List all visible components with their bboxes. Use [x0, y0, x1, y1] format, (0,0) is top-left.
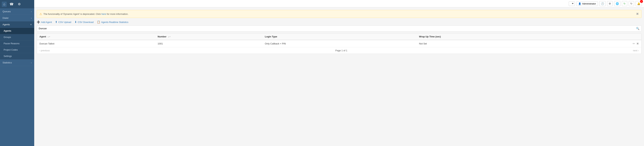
- chevron-down-icon: ∨: [30, 23, 32, 26]
- csv-download-button[interactable]: ⬇ CSV Download: [74, 20, 94, 24]
- col-agent[interactable]: Agent ▲▼: [37, 33, 155, 40]
- add-agent-label: Add Agent: [41, 21, 52, 24]
- csv-upload-label: CSV Upload: [58, 21, 71, 24]
- sidebar-item-agents-label: Agents: [2, 23, 10, 26]
- topbar: 👤 Administrator 🕐 ⚙ 🌐 ↻ ↻ 🔔 1: [34, 0, 644, 8]
- pagination-previous: ‹ previous: [40, 49, 50, 52]
- warning-banner: ⚠ The funcionality of 'Dynamic Agent' is…: [37, 10, 642, 18]
- sidebar-item-agents-sub-label: Agents: [4, 30, 11, 32]
- language-icon-btn[interactable]: 🌐: [614, 1, 620, 6]
- csv-upload-button[interactable]: ⬆ CSV Upload: [55, 20, 71, 24]
- notification-wrapper: 🔔 1: [636, 1, 642, 6]
- warning-icon: ⚠: [40, 12, 42, 16]
- sidebar-item-dialer-label: Dialer: [2, 17, 9, 19]
- delete-icon[interactable]: ✖: [636, 42, 639, 45]
- sidebar-item-settings-label: Settings: [4, 55, 12, 57]
- col-number[interactable]: Number ▲▼: [155, 33, 262, 40]
- realtime-stats-label: Agents Realtime Statistics: [101, 21, 128, 24]
- col-agent-label: Agent: [40, 35, 46, 38]
- cell-agent-name: Duncan Talbot: [37, 40, 155, 47]
- page-content: ⚠ The funcionality of 'Dynamic Agent' is…: [34, 8, 644, 146]
- chevron-right-icon: ›: [31, 62, 32, 64]
- refresh-green-icon-btn[interactable]: ↻: [622, 1, 627, 6]
- user-menu[interactable]: 👤 Administrator: [576, 2, 598, 6]
- cell-wrap-up-time: Not Set: [416, 40, 575, 47]
- row-actions: ✏ ✖: [578, 42, 639, 45]
- col-login-type: Login Type: [262, 33, 416, 40]
- add-icon: ➕: [37, 20, 40, 24]
- sidebar-item-statistics[interactable]: Statistics ›: [0, 59, 34, 66]
- home-icon-btn[interactable]: ⌂: [2, 2, 7, 7]
- realtime-stats-button[interactable]: 📋 Agents Realtime Statistics: [97, 20, 128, 24]
- warning-text-before: The funcionality of 'Dynamic Agent' is d…: [44, 13, 102, 15]
- col-actions-header: [575, 33, 641, 40]
- sidebar: ⌂ ☎ ⚙ Queues › Dialer › Agents ∨ Agents …: [0, 0, 34, 146]
- search-input[interactable]: [39, 26, 636, 31]
- notification-badge: 1: [640, 0, 643, 3]
- sidebar-item-queues-label: Queues: [2, 10, 11, 13]
- stats-icon: 📋: [97, 20, 100, 24]
- sidebar-item-project-codes-label: Project Codes: [4, 49, 18, 51]
- user-icon: 👤: [578, 2, 581, 5]
- search-icon[interactable]: 🔍: [636, 27, 640, 30]
- table-header-row: Agent ▲▼ Number ▲▼ Login Type Wrap Up Ti…: [37, 33, 641, 40]
- warning-link[interactable]: here: [102, 13, 106, 15]
- action-bar: ➕ Add Agent ⬆ CSV Upload ⬇ CSV Download …: [34, 18, 644, 26]
- sort-icons-number[interactable]: ▲▼: [168, 36, 171, 38]
- col-wrap-up-time: Wrap Up Time (sec): [416, 33, 575, 40]
- search-container: 🔍: [37, 26, 642, 31]
- headset-icon-btn[interactable]: ☎: [8, 2, 15, 7]
- sidebar-item-statistics-label: Statistics: [2, 61, 12, 64]
- gear-icon-btn[interactable]: ⚙: [607, 1, 613, 6]
- sidebar-item-project-codes[interactable]: Project Codes: [0, 47, 34, 53]
- pagination: ‹ previous Page 1 of 1 next ›: [37, 47, 641, 54]
- csv-download-label: CSV Download: [78, 21, 94, 24]
- topbar-dropdown[interactable]: [569, 2, 575, 6]
- agents-table: Agent ▲▼ Number ▲▼ Login Type Wrap Up Ti…: [37, 33, 642, 54]
- pagination-page-info: Page 1 of 1: [335, 49, 348, 52]
- sidebar-item-agents-sub[interactable]: Agents: [0, 28, 34, 34]
- chevron-right-icon: ›: [31, 17, 32, 19]
- sidebar-item-settings[interactable]: Settings: [0, 53, 34, 59]
- download-icon: ⬇: [74, 20, 77, 24]
- sidebar-item-groups-label: Groups: [4, 36, 11, 38]
- col-wrap-up-time-label: Wrap Up Time (sec): [419, 35, 441, 38]
- sidebar-item-pause-reasons-label: Pause Reasons: [4, 42, 20, 45]
- table-row: Duncan Talbot 1001 Only Callback + PIN N…: [37, 40, 641, 47]
- warning-close-icon[interactable]: ✖: [636, 12, 639, 16]
- warning-text: The funcionality of 'Dynamic Agent' is d…: [44, 13, 128, 15]
- col-login-type-label: Login Type: [265, 35, 277, 38]
- clock-icon-btn[interactable]: 🕐: [599, 1, 606, 6]
- warning-text-area: ⚠ The funcionality of 'Dynamic Agent' is…: [40, 12, 128, 16]
- settings-icon-btn[interactable]: ⚙: [16, 2, 22, 7]
- warning-text-after: for more information.: [106, 13, 128, 15]
- cell-login-type: Only Callback + PIN: [262, 40, 416, 47]
- sort-icons-agent[interactable]: ▲▼: [47, 36, 50, 38]
- upload-icon: ⬆: [55, 20, 58, 24]
- add-agent-button[interactable]: ➕ Add Agent: [37, 20, 52, 24]
- sidebar-nav: Queues › Dialer › Agents ∨ Agents Groups…: [0, 8, 34, 146]
- sidebar-item-dialer[interactable]: Dialer ›: [0, 15, 34, 21]
- cell-row-actions: ✏ ✖: [575, 40, 641, 47]
- refresh-icon-btn[interactable]: ↻: [629, 1, 634, 6]
- main-content: 👤 Administrator 🕐 ⚙ 🌐 ↻ ↻ 🔔 1 ⚠ The func…: [34, 0, 644, 146]
- edit-icon[interactable]: ✏: [633, 42, 635, 45]
- sidebar-item-pause-reasons[interactable]: Pause Reasons: [0, 40, 34, 47]
- chevron-right-icon: ›: [31, 11, 32, 13]
- sidebar-item-groups[interactable]: Groups: [0, 34, 34, 40]
- user-label: Administrator: [582, 2, 596, 5]
- cell-number: 1001: [155, 40, 262, 47]
- pagination-next: next ›: [633, 49, 639, 52]
- sidebar-top-icons: ⌂ ☎ ⚙: [0, 0, 34, 8]
- sidebar-item-agents[interactable]: Agents ∨: [0, 21, 34, 28]
- col-number-label: Number: [158, 35, 166, 38]
- sidebar-item-queues[interactable]: Queues ›: [0, 8, 34, 15]
